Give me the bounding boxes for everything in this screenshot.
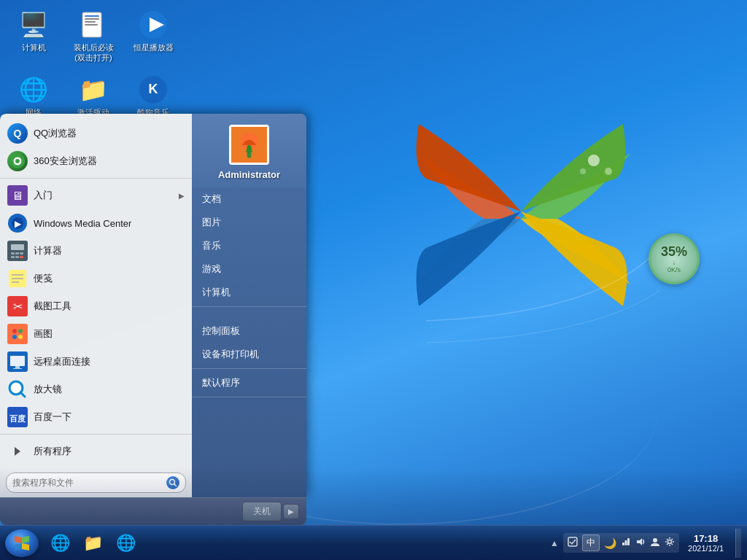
hengxing-label: 恒星播放器 xyxy=(133,42,174,52)
svg-rect-5 xyxy=(85,15,99,17)
svg-rect-25 xyxy=(20,252,23,254)
baidu-icon: 百度 xyxy=(7,407,28,427)
tray-notify-arrow[interactable]: ▲ xyxy=(549,537,560,549)
wmc-icon: ▶ xyxy=(7,213,28,233)
svg-marker-60 xyxy=(637,538,642,545)
shutdown-button[interactable]: 关机 xyxy=(242,502,282,521)
hengxing-icon xyxy=(139,10,168,39)
right-menu-games[interactable]: 游戏 xyxy=(192,257,306,281)
svg-rect-58 xyxy=(625,540,627,545)
svg-text:🖥: 🖥 xyxy=(12,190,23,202)
menu-item-intro[interactable]: 🖥 入门 ▶ xyxy=(0,182,192,209)
user-tray-icon[interactable] xyxy=(650,537,660,549)
speed-widget[interactable]: 35% ↓ 0K/s xyxy=(649,233,700,284)
menu-item-baidu[interactable]: 百度 百度一下 xyxy=(0,403,192,431)
setup-guide-icon xyxy=(79,10,108,39)
intro-label: 入门 xyxy=(34,189,179,202)
svg-line-51 xyxy=(174,484,177,487)
menu-item-paint[interactable]: 画图 xyxy=(0,320,192,348)
computer-label: 计算机 xyxy=(22,42,46,52)
start-menu-body: Q QQ浏览器 360安全浏览器 xyxy=(0,114,306,497)
right-menu-default-programs[interactable]: 设备和打印机 xyxy=(192,343,306,366)
svg-point-62 xyxy=(668,540,672,544)
start-menu-right: Administrator 文档 图片 音乐 游戏 计算机 xyxy=(192,114,306,497)
svg-rect-7 xyxy=(85,21,96,23)
user-avatar xyxy=(229,125,269,165)
start-menu-items: Q QQ浏览器 360安全浏览器 xyxy=(0,114,192,468)
svg-point-0 xyxy=(411,80,645,343)
menu-item-notes[interactable]: 便笺 xyxy=(0,265,192,292)
qq-browser-icon: Q xyxy=(7,123,28,144)
svg-rect-22 xyxy=(11,244,24,250)
right-menu-control-panel[interactable] xyxy=(192,309,306,319)
windows-orb-icon xyxy=(12,533,32,553)
svg-text:K: K xyxy=(149,82,158,96)
magnify-label: 放大镜 xyxy=(34,383,185,396)
network-tray-icon[interactable] xyxy=(621,537,631,549)
start-menu: Q QQ浏览器 360安全浏览器 xyxy=(0,114,306,525)
right-menu-help[interactable]: 默认程序 xyxy=(192,371,306,394)
svg-point-39 xyxy=(18,335,23,339)
start-orb xyxy=(5,529,39,557)
svg-rect-35 xyxy=(7,324,28,344)
taskbar: 🌐 📁 🌐 ▲ 中 🌙 xyxy=(0,525,747,560)
svg-point-1 xyxy=(588,155,600,166)
taskbar-item-ie[interactable]: 🌐 xyxy=(44,529,76,557)
desktop-icon-network[interactable]: 🌐 网络 xyxy=(7,72,60,120)
desktop-icon-kugou[interactable]: K 酷狗音乐 xyxy=(127,72,179,120)
right-menu-pictures[interactable]: 图片 xyxy=(192,211,306,234)
menu-item-calculator[interactable]: 计算器 xyxy=(0,237,192,265)
menu-item-all-programs[interactable]: 所有程序 xyxy=(0,438,192,465)
right-menu-documents[interactable]: 文档 xyxy=(192,187,306,211)
clock-time: 17:18 xyxy=(694,533,718,544)
moon-icon[interactable]: 🌙 xyxy=(604,537,616,549)
clock-area[interactable]: 17:18 2021/12/1 xyxy=(682,533,729,553)
svg-rect-8 xyxy=(85,24,98,26)
svg-point-61 xyxy=(653,538,657,542)
menu-item-wmc[interactable]: ▶ Windows Media Center xyxy=(0,209,192,237)
right-menu-run[interactable] xyxy=(192,400,306,410)
svg-rect-59 xyxy=(627,538,630,545)
search-input[interactable] xyxy=(12,478,166,488)
svg-rect-57 xyxy=(622,542,624,545)
menu-item-rdp[interactable]: 远程桌面连接 xyxy=(0,348,192,376)
taskbar-item-explorer[interactable]: 📁 xyxy=(77,529,109,557)
menu-item-snipping[interactable]: ✂ 截图工具 xyxy=(0,292,192,320)
games-label: 游戏 xyxy=(202,262,221,276)
right-menu-music[interactable]: 音乐 xyxy=(192,234,306,257)
search-button[interactable] xyxy=(166,476,179,489)
desktop-icon-computer[interactable]: 🖥️ 计算机 xyxy=(7,7,60,66)
right-menu-computer[interactable]: 计算机 xyxy=(192,281,306,304)
desktop-icon-setup-guide[interactable]: 装机后必读(双击打开) xyxy=(67,7,120,66)
taskbar-explorer-icon: 📁 xyxy=(83,534,103,553)
menu-item-qq-browser[interactable]: Q QQ浏览器 xyxy=(0,120,192,147)
action-center-icon[interactable] xyxy=(568,537,578,549)
menu-item-360-browser[interactable]: 360安全浏览器 xyxy=(0,147,192,175)
volume-icon[interactable] xyxy=(635,537,646,549)
start-search[interactable] xyxy=(6,472,186,493)
show-desktop-button[interactable] xyxy=(735,529,741,558)
clock-date: 2021/12/1 xyxy=(688,544,724,553)
rdp-icon xyxy=(7,351,28,372)
snipping-icon: ✂ xyxy=(7,296,28,316)
menu-item-magnify[interactable]: 放大镜 xyxy=(0,376,192,403)
desktop-icon-activate[interactable]: 📁 激活驱动 xyxy=(67,72,120,120)
start-button[interactable] xyxy=(2,529,42,558)
rdp-label: 远程桌面连接 xyxy=(34,355,185,368)
qq-browser-label: QQ浏览器 xyxy=(34,127,185,140)
baidu-label: 百度一下 xyxy=(34,411,185,424)
right-menu-devices[interactable]: 控制面板 xyxy=(192,319,306,343)
gear-tray-icon[interactable] xyxy=(665,537,675,549)
desktop-icon-hengxing[interactable]: 恒星播放器 xyxy=(127,7,179,66)
menu-separator-2 xyxy=(0,434,192,435)
intro-arrow: ▶ xyxy=(179,192,185,200)
shutdown-arrow-button[interactable]: ▶ xyxy=(283,504,299,519)
activate-icon: 📁 xyxy=(79,75,108,104)
taskbar-ie-icon: 🌐 xyxy=(50,534,70,553)
username: Administrator xyxy=(218,169,280,180)
taskbar-item-ie2[interactable]: 🌐 xyxy=(110,529,142,557)
start-menu-left: Q QQ浏览器 360安全浏览器 xyxy=(0,114,192,497)
all-programs-label: 所有程序 xyxy=(34,445,185,458)
language-button[interactable]: 中 xyxy=(582,534,600,551)
notes-label: 便笺 xyxy=(34,272,185,285)
